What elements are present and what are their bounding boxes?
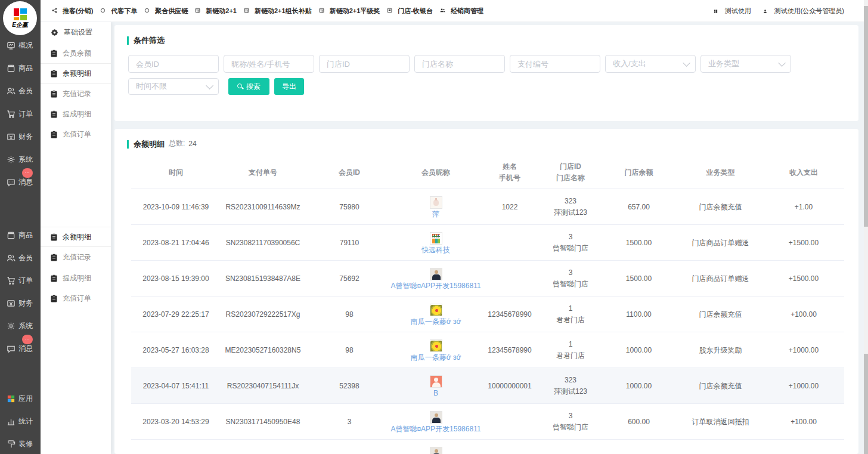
cell-balance: 1500.00	[600, 273, 678, 284]
decorate-icon	[7, 440, 16, 449]
in-out-select-value: 收入/支出	[613, 58, 646, 69]
rail-item-a-3[interactable]: 订单	[0, 108, 41, 120]
top-bar: 推客(分销)代客下单聚合供应链新链动2+1新链动2+1组长补贴新链动2+1平级奖…	[41, 0, 868, 22]
member-avatar	[430, 268, 442, 280]
member-nickname-link[interactable]: 南瓜一条藤ớ ɜớ	[411, 353, 461, 362]
time-select[interactable]: 时间不限	[128, 78, 219, 95]
cell-name-phone: 12345678990	[478, 309, 541, 320]
member-nickname-link[interactable]: A曾智聪¤APP开发15986811	[390, 282, 480, 290]
scrollbar-thumb-top[interactable]	[864, 6, 868, 227]
submenu-item-label: 会员余额	[63, 48, 91, 58]
scrollbar-thumb-bottom[interactable]	[864, 354, 868, 454]
member-nickname-link[interactable]: 南瓜一条藤ớ ɜớ	[411, 317, 461, 326]
table-body: 2023-10-09 11:46:39 RS20231009114639Mz 7…	[131, 189, 844, 454]
top-nav-item-3[interactable]: 新链动2+1	[195, 7, 237, 16]
submenu-item-b-0[interactable]: 余额明细	[41, 227, 111, 247]
finance-icon	[7, 132, 16, 141]
biz-type-select[interactable]: 业务类型	[700, 55, 791, 73]
submenu-item-a-1[interactable]: 会员余额	[41, 43, 111, 63]
scrollbar[interactable]	[864, 0, 868, 454]
top-nav-item-0[interactable]: 推客(分销)	[52, 7, 93, 16]
rail-item-b-0[interactable]: 商品	[0, 229, 41, 241]
cell-amount: +100.00	[763, 416, 844, 427]
rail-item-b-1[interactable]: 会员	[0, 252, 41, 264]
rail-item-a-0[interactable]: 概况	[0, 39, 41, 51]
orders-icon	[7, 110, 16, 119]
cell-biz-type: 订单取消返回抵扣	[678, 416, 763, 427]
member-nickname-link[interactable]: A曾智聪¤APP开发15986811	[390, 425, 480, 433]
rail-item-b-3[interactable]: 财务	[0, 297, 41, 309]
rail-item-c-0[interactable]: 应用	[0, 393, 41, 404]
top-nav-item-label: 新链动2+1组长补贴	[255, 7, 312, 16]
grid-icon	[244, 7, 252, 15]
cell-pay-no: ME20230527160328N5	[221, 345, 305, 356]
submenu-item-b-1[interactable]: 充值记录	[41, 247, 111, 267]
top-right-label: 测试使用	[725, 7, 751, 16]
nickname-input[interactable]	[224, 55, 314, 73]
cell-pay-no: RS20230729222517Xg	[221, 309, 305, 320]
table-row: 2023-03-20 14:53:29 SN2303171450950E48 3…	[131, 404, 844, 440]
doc-icon	[51, 131, 57, 138]
cell-balance: 1000.00	[600, 345, 678, 356]
submenu-item-label: 充值记录	[63, 89, 91, 99]
pay-no-input[interactable]	[510, 55, 600, 73]
brand-logo[interactable]: E企赢	[3, 1, 37, 35]
message-icon	[7, 344, 16, 353]
top-nav-item-7[interactable]: 经销商管理	[440, 7, 483, 16]
side-rail: 概况商品会员订单财务系统消息...商品会员订单财务系统消息...应用统计装修	[0, 0, 41, 454]
current-user[interactable]: 测试使用(公众号管理员)	[763, 7, 844, 16]
top-nav-item-label: 代客下单	[111, 7, 137, 16]
rail-item-b-4[interactable]: 系统	[0, 320, 41, 332]
workspace-switcher[interactable]: 测试使用	[714, 7, 751, 16]
store-id-input[interactable]	[319, 55, 410, 73]
submenu-item-a-0[interactable]: 基础设置	[41, 22, 111, 42]
rail-item-a-4[interactable]: 财务	[0, 131, 41, 143]
store-id: 3	[541, 452, 600, 454]
top-nav-item-label: 新链动2+1	[206, 7, 237, 16]
rail-item-a-5[interactable]: 系统	[0, 153, 41, 165]
submenu-item-a-4[interactable]: 提成明细	[41, 104, 111, 124]
submenu-item-b-3[interactable]: 充值订单	[41, 288, 111, 308]
cell-biz-type: 门店余额充值	[678, 381, 763, 391]
goods-icon	[7, 64, 16, 73]
table-row: 2023-05-27 16:03:28 ME20230527160328N5 9…	[131, 332, 844, 368]
rail-item-a-2[interactable]: 会员	[0, 85, 41, 97]
member-nickname-link[interactable]: 萍	[432, 210, 439, 218]
cell-biz-type: 门店余额充值	[678, 309, 763, 320]
top-nav-item-4[interactable]: 新链动2+1组长补贴	[244, 7, 312, 16]
top-nav-item-6[interactable]: 门店-收银台	[387, 7, 433, 16]
top-nav-item-5[interactable]: 新链动2+1平级奖	[319, 7, 380, 16]
section-bar	[127, 140, 129, 149]
submenu-item-b-2[interactable]: 提成明细	[41, 268, 111, 288]
export-button[interactable]: 导出	[274, 78, 304, 95]
finance-icon	[7, 299, 16, 308]
overview-icon	[7, 41, 16, 50]
rail-item-label: 系统	[18, 155, 33, 165]
search-button[interactable]: 搜索	[228, 78, 269, 95]
rail-item-b-5[interactable]: 消息...	[0, 342, 41, 354]
rail-item-c-1[interactable]: 统计	[0, 415, 41, 427]
store-id: 323	[541, 375, 600, 386]
top-nav-item-1[interactable]: 代客下单	[100, 7, 137, 16]
submenu-item-a-2[interactable]: 余额明细	[41, 63, 111, 84]
top-nav-item-2[interactable]: 聚合供应链	[144, 7, 188, 16]
store-name-input[interactable]	[414, 55, 505, 73]
chevron-down-icon	[778, 59, 786, 67]
rail-item-label: 会员	[18, 253, 33, 263]
member-id-input[interactable]	[128, 55, 219, 73]
cell-name-phone: 12345678990	[478, 345, 541, 356]
cell-nickname	[393, 440, 478, 454]
member-nickname-link[interactable]: B	[433, 389, 438, 397]
in-out-select[interactable]: 收入/支出	[605, 55, 696, 73]
store-name: 曾智聪门店	[541, 243, 600, 254]
member-avatar	[430, 411, 442, 424]
rail-item-c-2[interactable]: 装修	[0, 438, 41, 450]
submenu-item-a-5[interactable]: 充值订单	[41, 124, 111, 144]
store-name: 君君门店	[541, 314, 600, 326]
rail-item-b-2[interactable]: 订单	[0, 274, 41, 286]
member-nickname-link[interactable]: 快远科技	[421, 246, 450, 254]
submenu-item-a-3[interactable]: 充值记录	[41, 84, 111, 104]
rail-item-a-6[interactable]: 消息...	[0, 176, 41, 188]
cell-balance: 1000.00	[600, 381, 678, 391]
rail-item-a-1[interactable]: 商品	[0, 62, 41, 74]
